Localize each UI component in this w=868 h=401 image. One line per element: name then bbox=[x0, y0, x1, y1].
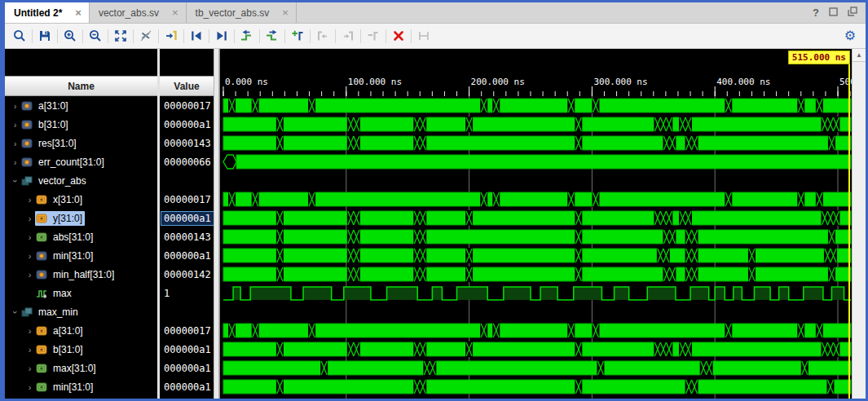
add-marker-icon[interactable] bbox=[287, 25, 308, 46]
signal-row-a-31-0-[interactable]: ›a[31:0] bbox=[5, 96, 157, 115]
signal-row-b-31-0-[interactable]: ›b[31:0] bbox=[5, 115, 157, 134]
expand-arrow-icon[interactable]: › bbox=[24, 214, 35, 223]
scroll-up-arrow-icon[interactable]: ▲ bbox=[853, 49, 866, 62]
signal-label-wrap: a[31:0] bbox=[35, 324, 86, 338]
signal-value-row[interactable]: 000000a1 bbox=[160, 377, 214, 396]
zoom-out-icon[interactable] bbox=[85, 25, 106, 46]
scrollbar-track[interactable] bbox=[853, 62, 866, 399]
tab-close-icon[interactable]: × bbox=[172, 7, 178, 18]
toolbar-separator bbox=[234, 29, 235, 43]
expand-arrow-icon[interactable]: › bbox=[10, 139, 20, 148]
value-column-header: Value bbox=[160, 76, 214, 96]
collapse-arrow-icon[interactable]: › bbox=[11, 175, 20, 186]
expand-arrow-icon[interactable]: › bbox=[24, 364, 35, 373]
signal-value-row[interactable]: 00000143 bbox=[160, 227, 214, 246]
signal-value-list: 00000017000000a1000001430000006600000017… bbox=[160, 96, 214, 399]
signal-row-max-31-0-[interactable]: ›max[31:0] bbox=[5, 359, 157, 377]
signal-value-row[interactable] bbox=[160, 171, 214, 190]
expand-arrow-icon[interactable]: › bbox=[10, 157, 20, 167]
expand-arrow-icon[interactable]: › bbox=[10, 101, 20, 111]
go-to-time-icon[interactable] bbox=[161, 25, 182, 46]
signal-value-row[interactable]: 1 bbox=[160, 284, 214, 302]
maximize-icon[interactable] bbox=[829, 7, 838, 19]
tab-close-icon[interactable]: × bbox=[75, 7, 82, 18]
bus-signal-icon bbox=[21, 120, 33, 130]
signal-value: 00000017 bbox=[164, 194, 211, 205]
signal-value-row[interactable]: 00000017 bbox=[160, 96, 214, 115]
signal-row-a-31-0-[interactable]: ›a[31:0] bbox=[5, 321, 157, 340]
ruler-svg: 0.000 ns100.000 ns200.000 ns300.000 ns40… bbox=[220, 76, 852, 96]
expand-arrow-icon[interactable]: › bbox=[24, 232, 35, 242]
signal-row-b-31-0-[interactable]: ›b[31:0] bbox=[5, 340, 157, 359]
tab-close-icon[interactable]: × bbox=[282, 7, 289, 18]
signal-name-label: a[31:0] bbox=[36, 99, 71, 113]
expand-arrow-icon[interactable]: › bbox=[24, 251, 35, 261]
next-event-icon[interactable] bbox=[262, 25, 283, 46]
signal-value-row[interactable]: 000000a1 bbox=[160, 340, 214, 359]
signal-value-row[interactable]: 00000017 bbox=[160, 321, 214, 340]
help-icon[interactable]: ? bbox=[813, 7, 819, 19]
search-icon[interactable] bbox=[9, 25, 30, 46]
collapse-arrow-icon[interactable]: › bbox=[11, 306, 20, 317]
expand-arrow-icon[interactable]: › bbox=[24, 326, 35, 336]
waveform-canvas[interactable] bbox=[220, 96, 852, 399]
expand-arrow-icon[interactable]: › bbox=[24, 195, 35, 205]
waveform-panel[interactable]: 515.000 ns 0.000 ns100.000 ns200.000 ns3… bbox=[219, 49, 852, 399]
bus-signal-icon bbox=[36, 251, 47, 261]
signal-row-x-31-0-[interactable]: ›x[31:0] bbox=[5, 190, 157, 209]
toolbar-separator bbox=[32, 29, 33, 43]
signal-value-row[interactable]: 000000a1 bbox=[160, 359, 214, 377]
signal-name-label: b[31:0] bbox=[51, 342, 86, 357]
previous-event-icon[interactable] bbox=[236, 25, 258, 46]
previous-transition-icon[interactable] bbox=[186, 25, 207, 46]
signal-value-row[interactable]: 000000a1 bbox=[160, 115, 214, 134]
tab-vector-abs-sv[interactable]: vector_abs.sv× bbox=[90, 2, 187, 23]
signal-row-min-31-0-[interactable]: ›min[31:0] bbox=[5, 246, 157, 265]
signal-value-row[interactable]: 00000017 bbox=[160, 190, 214, 209]
signal-value-row[interactable]: 00000143 bbox=[160, 134, 214, 152]
signal-row-max[interactable]: max bbox=[5, 284, 157, 302]
signal-row-res-31-0-[interactable]: ›res[31:0] bbox=[5, 134, 157, 152]
signal-value-row[interactable] bbox=[160, 302, 214, 321]
signal-row-y-31-0-[interactable]: ›y[31:0] bbox=[5, 209, 157, 227]
time-ruler[interactable]: 0.000 ns100.000 ns200.000 ns300.000 ns40… bbox=[220, 76, 852, 96]
toolbar-separator bbox=[360, 29, 361, 43]
cursor-time-badge: 515.000 ns bbox=[788, 51, 850, 64]
delete-icon[interactable] bbox=[388, 25, 409, 46]
vertical-scrollbar[interactable]: ▲ bbox=[852, 49, 866, 399]
signal-row-abs-31-0-[interactable]: ›abs[31:0] bbox=[5, 227, 157, 246]
input-port-icon bbox=[36, 214, 47, 223]
signal-value-row[interactable]: 00000066 bbox=[160, 152, 214, 171]
expand-arrow-icon[interactable]: › bbox=[24, 345, 35, 355]
tab-untitled-2-[interactable]: Untitled 2*× bbox=[5, 2, 90, 23]
panel-resize-sash[interactable] bbox=[214, 49, 219, 399]
signal-name-label: b[31:0] bbox=[36, 117, 71, 132]
signal-row-max_min[interactable]: ›max_min bbox=[5, 302, 157, 321]
tabs-container: Untitled 2*×vector_abs.sv×tb_vector_abs.… bbox=[5, 2, 297, 23]
pointer-mode-icon[interactable] bbox=[135, 25, 156, 46]
toolbar-separator bbox=[133, 29, 134, 43]
output-port-icon bbox=[36, 232, 47, 242]
next-transition-icon[interactable] bbox=[211, 25, 232, 46]
zoom-fit-icon[interactable] bbox=[110, 25, 131, 46]
expand-arrow-icon[interactable]: › bbox=[10, 120, 20, 130]
signal-value: 1 bbox=[164, 288, 170, 299]
signal-row-vector_abs[interactable]: ›vector_abs bbox=[5, 171, 157, 190]
expand-arrow-icon[interactable]: › bbox=[24, 382, 35, 392]
expand-arrow-icon[interactable]: › bbox=[24, 270, 35, 280]
tab-tb-vector-abs-sv[interactable]: tb_vector_abs.sv× bbox=[187, 2, 297, 23]
signal-label-wrap: vector_abs bbox=[20, 174, 89, 188]
toolbar-separator bbox=[335, 29, 336, 43]
signal-row-err_count-31-0-[interactable]: ›err_count[31:0] bbox=[5, 152, 157, 171]
signal-value-row[interactable]: 00000142 bbox=[160, 265, 214, 284]
tab-label: tb_vector_abs.sv bbox=[196, 7, 270, 19]
signal-value-row[interactable]: 000000a1 bbox=[160, 246, 214, 265]
signal-row-min-31-0-[interactable]: ›min[31:0] bbox=[5, 377, 157, 396]
time-cursor-line[interactable] bbox=[848, 64, 850, 399]
save-icon[interactable] bbox=[34, 25, 55, 46]
signal-row-min_half-31-0-[interactable]: ›min_half[31:0] bbox=[5, 265, 157, 284]
float-window-icon[interactable] bbox=[848, 7, 857, 19]
zoom-in-icon[interactable] bbox=[59, 25, 81, 46]
settings-gear-icon[interactable]: ⚙ bbox=[844, 29, 861, 42]
signal-value-row[interactable]: 000000a1 bbox=[160, 209, 214, 227]
